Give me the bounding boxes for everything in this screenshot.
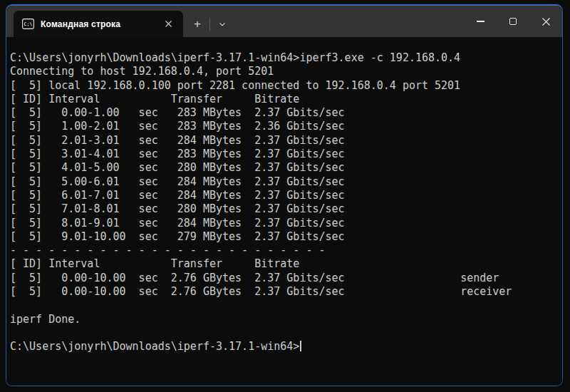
close-icon (542, 17, 551, 26)
terminal-line: [ ID] Interval Transfer Bitrate (10, 93, 559, 106)
tab-command-prompt[interactable]: C:\ Командная строка (14, 11, 183, 37)
minimize-button[interactable] (464, 6, 497, 37)
tab-dropdown-button[interactable] (210, 11, 234, 37)
svg-text:C:\: C:\ (24, 21, 33, 27)
prompt-text: C:\Users\jonyrh\Downloads\iperf-3.17.1-w… (10, 340, 299, 353)
terminal-line: [ 5] 6.01-7.01 sec 284 MBytes 2.37 Gbits… (10, 189, 559, 202)
terminal-line: iperf Done. (10, 313, 559, 326)
maximize-icon (509, 18, 517, 25)
terminal-line: [ 5] 9.01-10.00 sec 279 MBytes 2.37 Gbit… (10, 230, 559, 244)
terminal-line: [ 5] 4.01-5.00 sec 280 MBytes 2.37 Gbits… (10, 161, 559, 175)
terminal-window: C:\ Командная строка + (6, 4, 563, 386)
terminal-line: [ 5] 0.00-10.00 sec 2.76 GBytes 2.37 Gbi… (10, 285, 559, 299)
terminal-line: [ ID] Interval Transfer Bitrate (10, 257, 559, 271)
tab-title: Командная строка (41, 19, 160, 29)
separator-line: - - - - - - - - - - - - - - - - - - - - … (10, 244, 559, 257)
chevron-down-icon (218, 20, 227, 29)
caption-controls (464, 6, 562, 37)
terminal-line: C:\Users\jonyrh\Downloads\iperf-3.17.1-w… (10, 51, 559, 65)
text-cursor (300, 341, 301, 351)
tab-close-icon[interactable] (160, 16, 176, 32)
cmd-icon: C:\ (22, 19, 34, 29)
prompt-line: C:\Users\jonyrh\Downloads\iperf-3.17.1-w… (10, 340, 559, 354)
minimize-icon (477, 21, 484, 21)
close-button[interactable] (529, 6, 562, 37)
terminal-output[interactable]: C:\Users\jonyrh\Downloads\iperf-3.17.1-w… (6, 37, 562, 386)
terminal-line: [ 5] 2.01-3.01 sec 284 MBytes 2.37 Gbits… (10, 134, 559, 148)
terminal-line: [ 5] 3.01-4.01 sec 283 MBytes 2.37 Gbits… (10, 148, 559, 161)
terminal-line: [ 5] 0.00-10.00 sec 2.76 GBytes 2.37 Gbi… (10, 272, 559, 285)
terminal-line: [ 5] 8.01-9.01 sec 284 MBytes 2.37 Gbits… (10, 217, 559, 230)
terminal-line: [ 5] 7.01-8.01 sec 280 MBytes 2.37 Gbits… (10, 202, 559, 216)
titlebar[interactable]: C:\ Командная строка + (6, 6, 562, 37)
terminal-line (10, 326, 559, 340)
terminal-line: [ 5] 1.00-2.01 sec 283 MBytes 2.36 Gbits… (10, 120, 559, 133)
terminal-line: [ 5] 0.00-1.00 sec 283 MBytes 2.37 Gbits… (10, 106, 559, 120)
terminal-line: [ 5] 5.00-6.01 sec 284 MBytes 2.37 Gbits… (10, 175, 559, 189)
terminal-line: [ 5] local 192.168.0.100 port 2281 conne… (10, 79, 559, 93)
maximize-button[interactable] (497, 6, 529, 37)
new-tab-button[interactable]: + (185, 11, 209, 37)
terminal-line (10, 299, 559, 312)
terminal-line: Connecting to host 192.168.0.4, port 520… (10, 65, 559, 78)
